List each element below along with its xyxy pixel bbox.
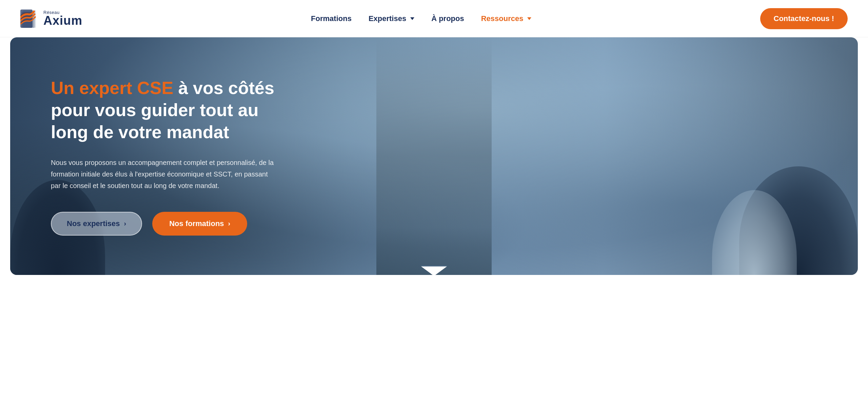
contact-button[interactable]: Contactez-nous !	[760, 8, 848, 29]
hero-description: Nous vous proposons un accompagnement co…	[51, 157, 275, 191]
logo[interactable]: Réseau Axium	[20, 7, 82, 31]
hero-title-highlight: Un expert CSE	[51, 78, 173, 98]
scroll-chevron-white	[421, 266, 447, 275]
nos-expertises-button[interactable]: Nos expertises ›	[51, 212, 142, 236]
nav-expertises[interactable]: Expertises	[369, 14, 414, 23]
arrow-right-icon: ›	[124, 220, 126, 227]
logo-icon	[20, 7, 41, 31]
logo-axium: Axium	[43, 15, 82, 27]
nos-formations-button[interactable]: Nos formations ›	[152, 212, 247, 236]
navbar: Réseau Axium Formations Expertises À pro…	[0, 0, 868, 37]
nav-apropos[interactable]: À propos	[431, 14, 464, 23]
hero-buttons: Nos expertises › Nos formations ›	[51, 212, 275, 236]
hero-content: Un expert CSE à vos côtés pour vous guid…	[10, 50, 315, 263]
chevron-down-ressources-icon	[527, 17, 531, 20]
nav-links: Formations Expertises À propos Ressource…	[311, 14, 531, 23]
hero-title: Un expert CSE à vos côtés pour vous guid…	[51, 77, 275, 143]
nav-formations[interactable]: Formations	[311, 14, 352, 23]
arrow-right-formations-icon: ›	[228, 220, 231, 227]
chevron-down-icon	[410, 17, 414, 20]
presenter-silhouette	[376, 37, 492, 275]
hero-section: Un expert CSE à vos côtés pour vous guid…	[10, 37, 858, 275]
logo-text: Réseau Axium	[43, 10, 82, 27]
nav-ressources[interactable]: Ressources	[481, 14, 532, 23]
